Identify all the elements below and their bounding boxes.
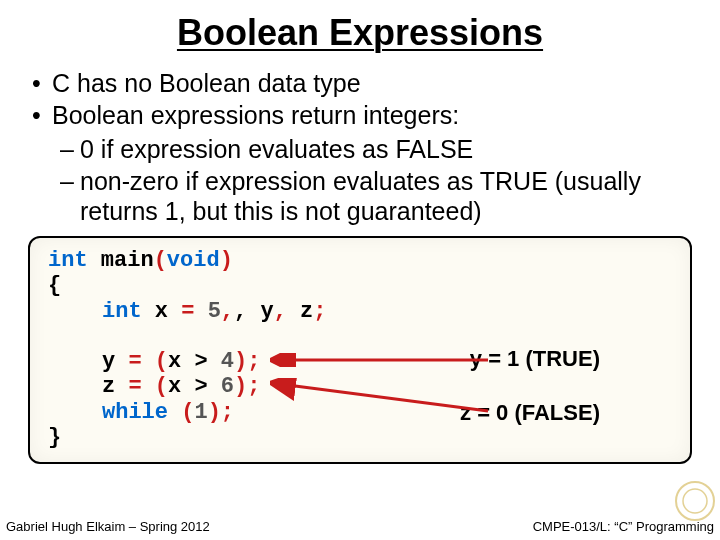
code-text: {: [48, 273, 61, 298]
code-box: int main(void) { int x = 5,, y, z; y = (…: [28, 236, 692, 464]
code-paren: ): [234, 374, 247, 399]
footer-author: Gabriel Hugh Elkaim – Spring 2012: [6, 519, 210, 534]
code-text: [142, 374, 155, 399]
code-op: =: [128, 349, 141, 374]
code-number: 5: [208, 299, 221, 324]
code-text: x: [142, 299, 182, 324]
code-op: ;: [221, 400, 234, 425]
code-text: , y: [234, 299, 274, 324]
code-line: {: [48, 273, 672, 298]
code-number: 6: [221, 374, 234, 399]
code-keyword: int: [48, 248, 88, 273]
arrow-icon: [270, 378, 490, 390]
code-text: main: [88, 248, 154, 273]
code-op: ,: [221, 299, 234, 324]
code-paren: (: [154, 248, 167, 273]
slide: Boolean Expressions C has no Boolean dat…: [0, 0, 720, 540]
bullet-item: C has no Boolean data type: [32, 68, 692, 98]
code-text: }: [48, 425, 61, 450]
code-keyword: void: [167, 248, 220, 273]
seal-icon: [674, 480, 716, 522]
code-paren: (: [155, 374, 168, 399]
code-text: y: [102, 349, 128, 374]
code-text: z: [102, 374, 128, 399]
svg-point-2: [676, 482, 714, 520]
code-text: [168, 400, 181, 425]
code-text: x >: [168, 374, 221, 399]
code-text: [142, 349, 155, 374]
footer-course: CMPE-013/L: “C” Programming: [533, 519, 714, 534]
code-op: =: [181, 299, 194, 324]
sub-bullets: 0 if expression evaluates as FALSE non-z…: [60, 134, 692, 226]
primary-bullets: C has no Boolean data type Boolean expre…: [32, 68, 692, 130]
code-paren: ): [208, 400, 221, 425]
svg-point-3: [683, 489, 707, 513]
code-line: int x = 5,, y, z;: [48, 299, 672, 324]
code-text: z: [287, 299, 313, 324]
code-number: 1: [194, 400, 207, 425]
arrow-icon: [270, 353, 490, 365]
code-paren: ): [220, 248, 233, 273]
code-line: int main(void): [48, 248, 672, 273]
code-op: ;: [247, 349, 260, 374]
sub-bullet-item: 0 if expression evaluates as FALSE: [60, 134, 692, 164]
code-op: ;: [247, 374, 260, 399]
svg-line-1: [272, 383, 488, 411]
code-paren: (: [181, 400, 194, 425]
code-text: [194, 299, 207, 324]
code-op: ,: [274, 299, 287, 324]
code-op: =: [128, 374, 141, 399]
code-number: 4: [221, 349, 234, 374]
slide-title: Boolean Expressions: [28, 12, 692, 54]
code-keyword: int: [102, 299, 142, 324]
code-keyword: while: [102, 400, 168, 425]
sub-bullet-item: non-zero if expression evaluates as TRUE…: [60, 166, 692, 226]
code-line: }: [48, 425, 672, 450]
bullet-item: Boolean expressions return integers:: [32, 100, 692, 130]
code-text: x >: [168, 349, 221, 374]
code-op: ;: [313, 299, 326, 324]
code-paren: (: [155, 349, 168, 374]
code-paren: ): [234, 349, 247, 374]
